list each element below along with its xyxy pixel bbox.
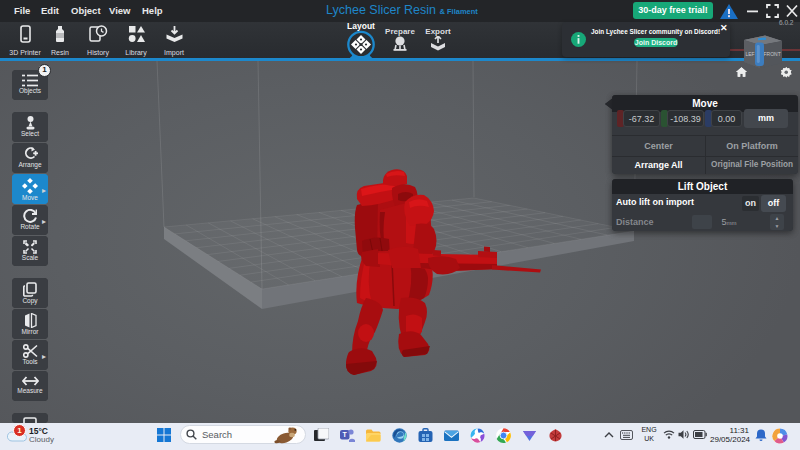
svg-text:T: T (343, 431, 348, 438)
svg-text:FRONT: FRONT (764, 51, 781, 57)
svg-text:LEF: LEF (746, 51, 755, 57)
